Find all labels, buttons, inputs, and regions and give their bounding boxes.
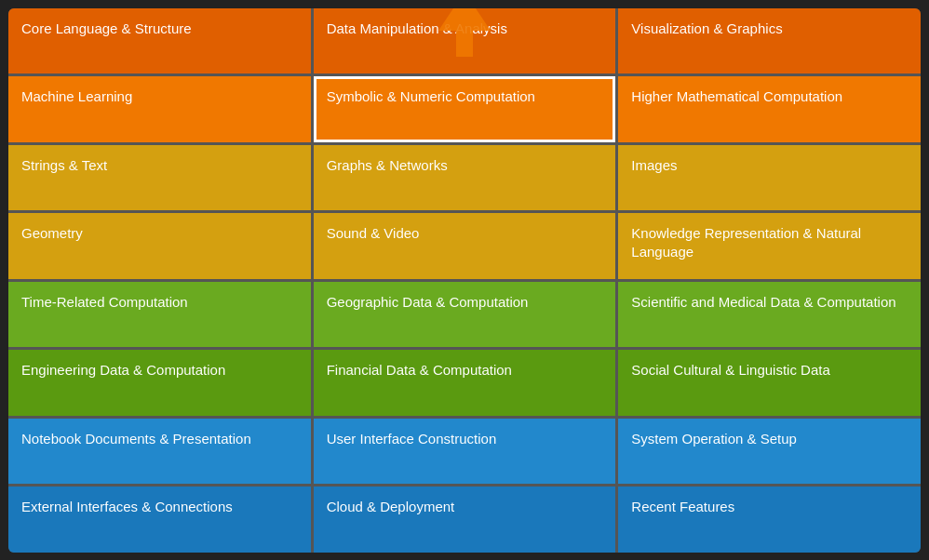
cell-label-scientific-medical: Scientific and Medical Data & Computatio… [631, 293, 895, 312]
cell-label-sound-video: Sound & Video [327, 224, 420, 243]
cell-system-operation[interactable]: System Operation & Setup [618, 419, 921, 485]
cell-label-recent-features: Recent Features [631, 498, 734, 516]
cell-social-cultural[interactable]: Social Cultural & Linguistic Data [618, 350, 921, 416]
cell-data-manip[interactable]: Data Manipulation & Analysis [314, 8, 616, 74]
cell-label-engineering-data: Engineering Data & Computation [21, 361, 225, 380]
cell-label-visualization: Visualization & Graphics [631, 20, 782, 38]
cell-label-social-cultural: Social Cultural & Linguistic Data [631, 361, 829, 380]
cell-label-core-lang: Core Language & Structure [21, 20, 192, 38]
cell-machine-learning[interactable]: Machine Learning [8, 76, 311, 142]
cell-knowledge-rep[interactable]: Knowledge Representation & Natural Langu… [618, 213, 921, 279]
cell-scientific-medical[interactable]: Scientific and Medical Data & Computatio… [618, 282, 921, 348]
cell-label-geographic-data: Geographic Data & Computation [327, 293, 529, 312]
cell-sound-video[interactable]: Sound & Video [314, 213, 616, 279]
cell-label-data-manip: Data Manipulation & Analysis [327, 20, 507, 38]
cell-label-strings-text: Strings & Text [21, 156, 107, 175]
cell-symbolic-numeric[interactable]: Symbolic & Numeric Computation [314, 76, 616, 142]
category-grid: Core Language & StructureData Manipulati… [8, 8, 921, 553]
cell-label-financial-data: Financial Data & Computation [327, 361, 512, 380]
cell-label-geometry: Geometry [21, 224, 83, 243]
cell-label-symbolic-numeric: Symbolic & Numeric Computation [327, 87, 535, 106]
cell-engineering-data[interactable]: Engineering Data & Computation [8, 350, 311, 416]
cell-label-graphs-networks: Graphs & Networks [327, 156, 448, 175]
cell-time-related[interactable]: Time-Related Computation [8, 282, 311, 348]
cell-label-system-operation: System Operation & Setup [631, 430, 797, 448]
cell-label-user-interface: User Interface Construction [327, 430, 497, 448]
cell-external-interfaces[interactable]: External Interfaces & Connections [8, 487, 311, 553]
cell-label-machine-learning: Machine Learning [21, 87, 132, 106]
cell-geographic-data[interactable]: Geographic Data & Computation [314, 282, 616, 348]
cell-recent-features[interactable]: Recent Features [618, 487, 921, 553]
cell-financial-data[interactable]: Financial Data & Computation [314, 350, 616, 416]
cell-graphs-networks[interactable]: Graphs & Networks [314, 145, 616, 211]
cell-higher-math[interactable]: Higher Mathematical Computation [618, 76, 921, 142]
cell-notebook-docs[interactable]: Notebook Documents & Presentation [8, 419, 311, 485]
cell-label-knowledge-rep: Knowledge Representation & Natural Langu… [631, 224, 908, 260]
cell-label-cloud-deployment: Cloud & Deployment [327, 498, 455, 516]
cell-label-notebook-docs: Notebook Documents & Presentation [21, 430, 251, 448]
cell-label-time-related: Time-Related Computation [21, 293, 188, 312]
cell-visualization[interactable]: Visualization & Graphics [618, 8, 921, 74]
cell-user-interface[interactable]: User Interface Construction [314, 419, 616, 485]
cell-geometry[interactable]: Geometry [8, 213, 311, 279]
cell-cloud-deployment[interactable]: Cloud & Deployment [314, 487, 616, 553]
cell-core-lang[interactable]: Core Language & Structure [8, 8, 311, 74]
cell-strings-text[interactable]: Strings & Text [8, 145, 311, 211]
cell-label-external-interfaces: External Interfaces & Connections [21, 498, 233, 516]
cell-label-images: Images [631, 156, 677, 175]
cell-images[interactable]: Images [618, 145, 921, 211]
cell-label-higher-math: Higher Mathematical Computation [631, 87, 842, 106]
